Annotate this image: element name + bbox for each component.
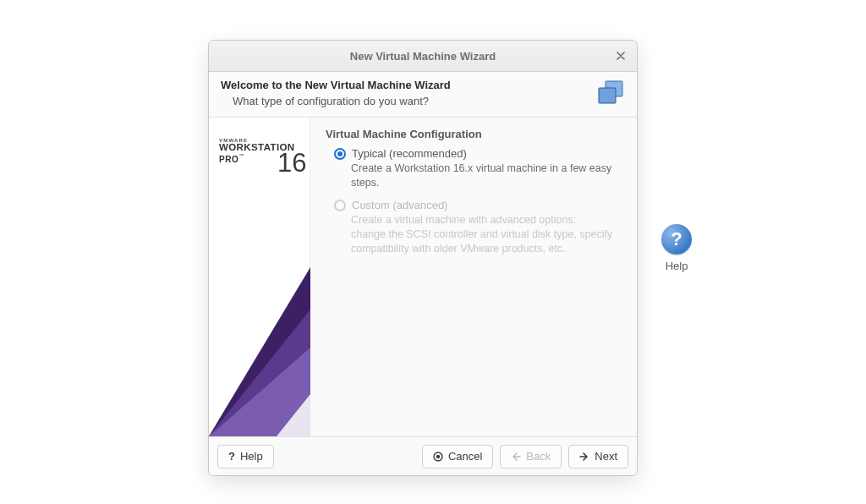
banner-brand-sub: PRO bbox=[219, 155, 238, 164]
vm-icon bbox=[596, 80, 625, 108]
next-button-label: Next bbox=[595, 450, 617, 463]
dialog-footer: ? Help Cancel Back Next bbox=[209, 436, 637, 475]
banner-tm: ™ bbox=[238, 153, 244, 158]
dialog-titlebar: New Virtual Machine Wizard bbox=[209, 41, 637, 72]
close-button[interactable] bbox=[611, 47, 630, 65]
config-section-title: Virtual Machine Configuration bbox=[326, 128, 622, 140]
svg-point-7 bbox=[436, 454, 440, 457]
desktop-help-item[interactable]: ? Help bbox=[653, 224, 700, 272]
back-button: Back bbox=[500, 445, 562, 468]
help-icon: ? bbox=[661, 224, 692, 255]
help-icon: ? bbox=[228, 450, 235, 463]
banner-version: 16 bbox=[277, 148, 306, 178]
arrow-left-icon bbox=[511, 452, 521, 462]
dialog-subheading: What type of configuration do you want? bbox=[233, 95, 451, 107]
radio-custom-desc: Create a virtual machine with advanced o… bbox=[351, 213, 613, 256]
help-button-label: Help bbox=[240, 450, 263, 463]
product-banner: VMWARE WORKSTATION PRO™ 16 bbox=[209, 118, 310, 436]
new-vm-wizard-dialog: New Virtual Machine Wizard Welcome to th… bbox=[208, 40, 638, 476]
dialog-title: New Virtual Machine Wizard bbox=[350, 50, 496, 63]
dialog-header: Welcome to the New Virtual Machine Wizar… bbox=[209, 72, 637, 117]
help-button[interactable]: ? Help bbox=[217, 445, 274, 468]
radio-custom bbox=[334, 200, 346, 211]
radio-typical[interactable] bbox=[334, 148, 346, 160]
cancel-icon bbox=[433, 452, 443, 462]
radio-custom-label: Custom (advanced) bbox=[352, 199, 447, 211]
desktop-help-label: Help bbox=[666, 260, 688, 272]
dialog-heading: Welcome to the New Virtual Machine Wizar… bbox=[221, 79, 451, 91]
config-content: Virtual Machine Configuration Typical (r… bbox=[310, 118, 637, 436]
back-button-label: Back bbox=[526, 450, 551, 463]
radio-typical-desc: Create a Workstation 16.x virtual machin… bbox=[351, 162, 613, 190]
close-icon bbox=[617, 52, 625, 60]
radio-typical-label: Typical (recommended) bbox=[352, 147, 467, 160]
config-option-typical[interactable]: Typical (recommended) Create a Workstati… bbox=[326, 147, 622, 190]
arrow-right-icon bbox=[579, 452, 589, 462]
config-option-custom: Custom (advanced) Create a virtual machi… bbox=[326, 199, 622, 256]
svg-rect-1 bbox=[599, 88, 616, 103]
banner-graphic bbox=[209, 200, 310, 436]
next-button[interactable]: Next bbox=[568, 445, 628, 468]
cancel-button[interactable]: Cancel bbox=[422, 445, 493, 468]
cancel-button-label: Cancel bbox=[448, 450, 482, 463]
